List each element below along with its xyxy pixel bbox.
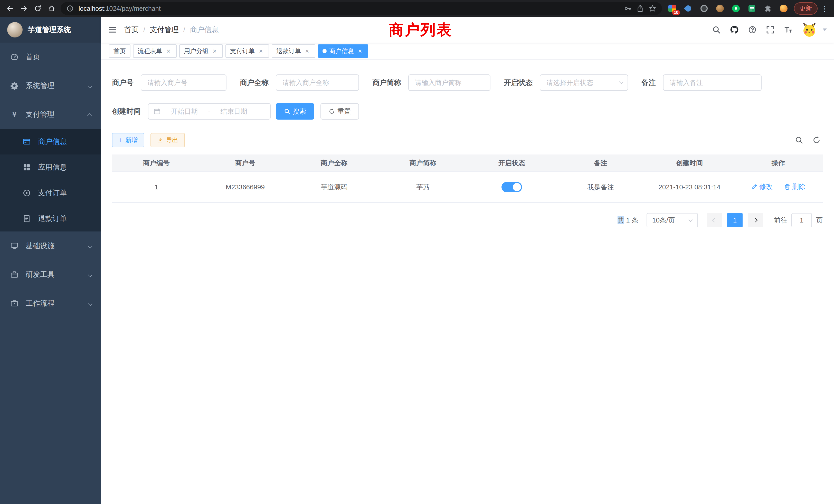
status-toggle[interactable]	[502, 182, 522, 192]
yen-icon: ¥	[10, 110, 19, 118]
date-end-input[interactable]	[212, 107, 256, 116]
close-icon[interactable]: ×	[165, 47, 172, 55]
tab-user-group[interactable]: 用户分组×	[179, 44, 223, 58]
hide-search-icon[interactable]	[795, 136, 803, 144]
tab-refund-order[interactable]: 退款订单×	[272, 44, 315, 58]
browser-toolbar: localhost:1024/pay/merchant 10 更新 ⋮	[0, 0, 834, 17]
extension-pin-icon[interactable]	[682, 2, 694, 15]
date-start-input[interactable]	[163, 107, 206, 116]
help-icon[interactable]	[746, 23, 759, 37]
breadcrumb-current: 商户信息	[190, 25, 219, 35]
tab-pay-order[interactable]: 支付订单×	[225, 44, 269, 58]
status-label: 开启状态	[504, 78, 540, 88]
page-jump-input[interactable]	[791, 213, 812, 227]
next-page-button[interactable]	[748, 213, 763, 227]
sidebar-item-pay-order[interactable]: 支付订单	[0, 180, 101, 206]
browser-forward-button[interactable]	[17, 2, 31, 16]
fullscreen-icon[interactable]	[764, 23, 777, 37]
extension-dark-icon[interactable]	[698, 2, 710, 15]
chevron-right-icon	[753, 218, 758, 223]
breadcrumb-payment[interactable]: 支付管理	[150, 25, 179, 35]
cell-full-name: 芋道源码	[290, 183, 378, 192]
sidebar-item-merchant-info[interactable]: 商户信息	[0, 129, 101, 155]
calendar-icon	[154, 108, 161, 115]
github-icon[interactable]	[728, 23, 741, 37]
site-info-icon[interactable]	[66, 5, 74, 12]
sidebar-item-label: 商户信息	[38, 137, 67, 146]
filter-status: 开启状态	[504, 74, 628, 91]
sidebar-item-refund-order[interactable]: 退款订单	[0, 206, 101, 231]
full-name-input[interactable]	[276, 74, 359, 91]
browser-home-button[interactable]	[45, 2, 59, 16]
browser-reload-button[interactable]	[31, 2, 45, 16]
arrow-left-icon	[6, 5, 14, 12]
create-time-range-picker[interactable]: -	[148, 103, 271, 120]
caret-down-icon[interactable]	[823, 28, 827, 31]
extension-puzzle-icon[interactable]	[762, 2, 774, 15]
browser-update-button[interactable]: 更新	[794, 2, 817, 15]
main-area: 首页 / 支付管理 / 商户信息 商户列表 首页	[101, 17, 834, 504]
add-button[interactable]: + 新增	[112, 133, 144, 147]
password-key-icon[interactable]	[624, 5, 632, 12]
share-icon[interactable]	[636, 5, 644, 12]
extension-colorwheel-icon[interactable]: 10	[666, 2, 678, 15]
cell-remark: 我是备注	[556, 183, 645, 192]
breadcrumb-home[interactable]: 首页	[124, 25, 139, 35]
toolbox-icon	[10, 271, 19, 279]
page-jumper: 前往 页	[774, 213, 823, 227]
prev-page-button[interactable]	[707, 213, 722, 227]
status-select[interactable]	[540, 74, 628, 91]
grid-icon	[23, 163, 31, 171]
url-bar[interactable]: localhost:1024/pay/merchant	[61, 2, 662, 15]
page-size-select[interactable]: 10条/页	[646, 213, 698, 227]
extension-profile-icon[interactable]	[777, 2, 790, 15]
sidebar-item-payment[interactable]: ¥ 支付管理	[0, 100, 101, 129]
extension-notes-icon[interactable]	[746, 2, 758, 15]
browser-back-button[interactable]	[3, 2, 17, 16]
sidebar-item-dev-tools[interactable]: 研发工具	[0, 260, 101, 289]
browser-menu-icon[interactable]: ⋮	[821, 4, 829, 13]
delete-link[interactable]: 删除	[784, 182, 806, 191]
close-icon[interactable]: ×	[257, 47, 264, 55]
extension-wechat-devtools-icon[interactable]	[730, 2, 742, 15]
edit-link[interactable]: 修改	[751, 182, 773, 191]
target-icon	[23, 189, 31, 197]
export-button[interactable]: 导出	[151, 133, 185, 147]
sidebar-item-home[interactable]: 首页	[0, 43, 101, 71]
tab-home[interactable]: 首页	[109, 44, 130, 58]
user-avatar[interactable]	[802, 22, 817, 38]
filter-short-name: 商户简称	[372, 74, 490, 91]
close-icon[interactable]: ×	[304, 47, 311, 55]
sidebar-item-system[interactable]: 系统管理	[0, 71, 101, 100]
reset-button[interactable]: 重置	[321, 103, 359, 120]
tab-process-form[interactable]: 流程表单×	[133, 44, 177, 58]
sidebar-item-label: 支付订单	[38, 188, 67, 198]
bookmark-star-icon[interactable]	[649, 5, 656, 12]
extension-avatar-icon[interactable]	[714, 2, 726, 15]
hamburger-icon[interactable]	[108, 25, 117, 35]
font-size-icon[interactable]	[782, 23, 795, 37]
short-name-input[interactable]	[408, 74, 490, 91]
header-short-name: 商户简称	[378, 159, 467, 167]
breadcrumb-separator: /	[143, 26, 145, 34]
tab-merchant-info[interactable]: 商户信息×	[318, 44, 368, 58]
sidebar-item-workflow[interactable]: 工作流程	[0, 289, 101, 318]
status-select-input[interactable]	[540, 74, 628, 91]
page-number-button[interactable]: 1	[727, 213, 743, 227]
app-logo[interactable]: 芋道管理系统	[0, 17, 101, 43]
sidebar-item-app-info[interactable]: 应用信息	[0, 155, 101, 180]
header-search-icon[interactable]	[710, 23, 723, 37]
refresh-icon[interactable]	[812, 136, 821, 144]
sidebar-item-label: 工作流程	[26, 298, 54, 308]
sidebar-item-label: 基础设施	[26, 241, 54, 251]
remark-input[interactable]	[663, 74, 762, 91]
chevron-down-icon	[688, 217, 693, 222]
close-icon[interactable]: ×	[211, 47, 218, 55]
chevron-down-icon	[88, 271, 91, 279]
sidebar-item-infrastructure[interactable]: 基础设施	[0, 231, 101, 260]
search-button[interactable]: 搜索	[276, 103, 314, 120]
header-actions: 操作	[734, 159, 823, 167]
breadcrumb: 首页 / 支付管理 / 商户信息	[124, 25, 219, 35]
close-icon[interactable]: ×	[356, 47, 364, 55]
merchant-no-input[interactable]	[141, 74, 226, 91]
